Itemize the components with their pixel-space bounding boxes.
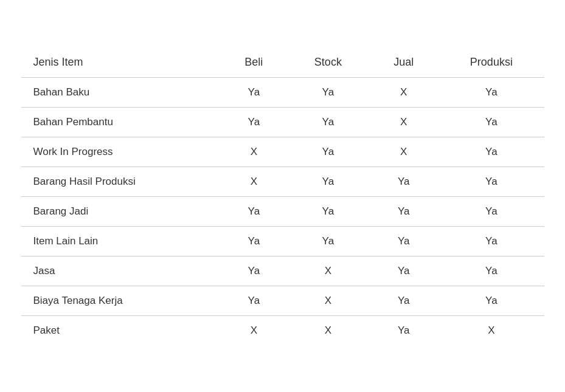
cell-produksi-7: Ya xyxy=(438,286,544,315)
cell-jual-3: Ya xyxy=(369,167,438,196)
cell-beli-7: Ya xyxy=(220,286,287,315)
cell-beli-3: X xyxy=(220,167,287,196)
item-type-table: Jenis Item Beli Stock Jual Produksi Baha… xyxy=(21,47,544,345)
cell-jual-6: Ya xyxy=(369,256,438,286)
cell-produksi-3: Ya xyxy=(438,167,544,196)
table-row: Bahan PembantuYaYaXYa xyxy=(21,107,544,137)
cell-jual-7: Ya xyxy=(369,286,438,315)
cell-produksi-6: Ya xyxy=(438,256,544,286)
cell-item-7: Biaya Tenaga Kerja xyxy=(21,286,221,315)
table-row: Item Lain LainYaYaYaYa xyxy=(21,226,544,256)
cell-stock-7: X xyxy=(287,286,369,315)
cell-item-6: Jasa xyxy=(21,256,221,286)
cell-jual-2: X xyxy=(369,137,438,167)
cell-produksi-5: Ya xyxy=(438,226,544,256)
cell-produksi-4: Ya xyxy=(438,196,544,226)
header-beli: Beli xyxy=(220,47,287,78)
cell-beli-4: Ya xyxy=(220,196,287,226)
cell-produksi-1: Ya xyxy=(438,107,544,137)
table-header-row: Jenis Item Beli Stock Jual Produksi xyxy=(21,47,544,78)
cell-jual-8: Ya xyxy=(369,315,438,345)
header-jual: Jual xyxy=(369,47,438,78)
header-stock: Stock xyxy=(287,47,369,78)
header-jenis-item: Jenis Item xyxy=(21,47,221,78)
cell-stock-2: Ya xyxy=(287,137,369,167)
cell-item-8: Paket xyxy=(21,315,221,345)
table-row: Barang Hasil ProduksiXYaYaYa xyxy=(21,167,544,196)
header-produksi: Produksi xyxy=(438,47,544,78)
cell-item-0: Bahan Baku xyxy=(21,77,221,107)
table-row: Barang JadiYaYaYaYa xyxy=(21,196,544,226)
cell-jual-4: Ya xyxy=(369,196,438,226)
cell-stock-1: Ya xyxy=(287,107,369,137)
cell-produksi-8: X xyxy=(438,315,544,345)
table-row: JasaYaXYaYa xyxy=(21,256,544,286)
table-row: Bahan BakuYaYaXYa xyxy=(21,77,544,107)
cell-beli-6: Ya xyxy=(220,256,287,286)
cell-item-4: Barang Jadi xyxy=(21,196,221,226)
table-row: PaketXXYaX xyxy=(21,315,544,345)
table-container: Jenis Item Beli Stock Jual Produksi Baha… xyxy=(21,47,544,345)
cell-stock-5: Ya xyxy=(287,226,369,256)
cell-beli-1: Ya xyxy=(220,107,287,137)
cell-beli-5: Ya xyxy=(220,226,287,256)
cell-stock-8: X xyxy=(287,315,369,345)
cell-stock-3: Ya xyxy=(287,167,369,196)
cell-beli-0: Ya xyxy=(220,77,287,107)
cell-item-2: Work In Progress xyxy=(21,137,221,167)
cell-stock-0: Ya xyxy=(287,77,369,107)
table-row: Work In ProgressXYaXYa xyxy=(21,137,544,167)
cell-beli-2: X xyxy=(220,137,287,167)
cell-jual-0: X xyxy=(369,77,438,107)
cell-item-3: Barang Hasil Produksi xyxy=(21,167,221,196)
cell-jual-5: Ya xyxy=(369,226,438,256)
cell-jual-1: X xyxy=(369,107,438,137)
cell-stock-4: Ya xyxy=(287,196,369,226)
cell-item-5: Item Lain Lain xyxy=(21,226,221,256)
cell-stock-6: X xyxy=(287,256,369,286)
cell-item-1: Bahan Pembantu xyxy=(21,107,221,137)
cell-produksi-2: Ya xyxy=(438,137,544,167)
table-row: Biaya Tenaga KerjaYaXYaYa xyxy=(21,286,544,315)
cell-produksi-0: Ya xyxy=(438,77,544,107)
cell-beli-8: X xyxy=(220,315,287,345)
